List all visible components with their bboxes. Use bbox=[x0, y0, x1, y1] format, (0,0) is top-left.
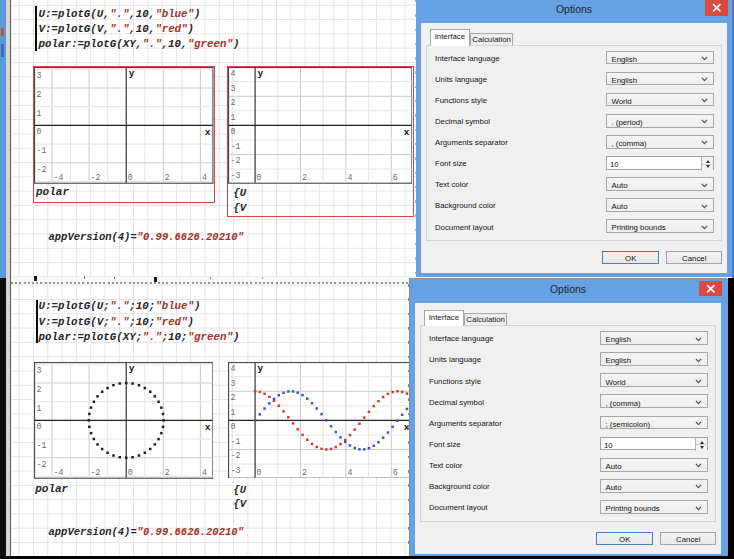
svg-text:-1: -1 bbox=[36, 441, 46, 450]
svg-text:-2: -2 bbox=[230, 157, 240, 166]
svg-text:6: 6 bbox=[392, 468, 397, 477]
svg-text:y: y bbox=[257, 363, 263, 374]
svg-text:-1: -1 bbox=[230, 142, 240, 151]
svg-text:x: x bbox=[403, 127, 409, 138]
svg-text:2: 2 bbox=[164, 468, 169, 477]
svg-text:-1: -1 bbox=[37, 146, 47, 155]
svg-text:2: 2 bbox=[165, 174, 170, 183]
svg-text:4: 4 bbox=[347, 468, 352, 477]
svg-text:3: 3 bbox=[230, 378, 235, 387]
svg-text:3: 3 bbox=[230, 84, 235, 93]
svg-text:-2: -2 bbox=[230, 451, 240, 460]
svg-text:0: 0 bbox=[256, 468, 261, 477]
svg-text:1: 1 bbox=[230, 407, 235, 416]
svg-text:y: y bbox=[129, 69, 135, 80]
svg-text:-1: -1 bbox=[230, 436, 240, 445]
svg-text:0: 0 bbox=[230, 128, 235, 137]
svg-text:-2: -2 bbox=[37, 165, 47, 174]
svg-text:1: 1 bbox=[36, 403, 41, 412]
svg-text:2: 2 bbox=[230, 393, 235, 402]
svg-text:-2: -2 bbox=[36, 460, 46, 469]
svg-text:x: x bbox=[204, 422, 210, 433]
svg-text:-3: -3 bbox=[230, 171, 240, 180]
svg-text:4: 4 bbox=[201, 468, 206, 477]
svg-text:-2: -2 bbox=[90, 468, 100, 477]
svg-text:4: 4 bbox=[347, 174, 352, 183]
svg-text:2: 2 bbox=[37, 90, 42, 99]
svg-text:0: 0 bbox=[37, 128, 42, 137]
svg-text:4: 4 bbox=[230, 70, 235, 79]
svg-text:0: 0 bbox=[230, 422, 235, 431]
svg-text:1: 1 bbox=[37, 109, 42, 118]
svg-text:-4: -4 bbox=[53, 468, 63, 477]
svg-text:3: 3 bbox=[36, 366, 41, 375]
svg-text:6: 6 bbox=[392, 174, 397, 183]
svg-text:2: 2 bbox=[230, 99, 235, 108]
svg-text:0: 0 bbox=[36, 422, 41, 431]
svg-text:-4: -4 bbox=[54, 174, 64, 183]
svg-text:x: x bbox=[205, 127, 211, 138]
svg-text:1: 1 bbox=[230, 113, 235, 122]
svg-text:0: 0 bbox=[256, 174, 261, 183]
svg-text:y: y bbox=[128, 363, 134, 374]
svg-text:-2: -2 bbox=[91, 174, 101, 183]
svg-text:0: 0 bbox=[128, 174, 133, 183]
svg-text:2: 2 bbox=[302, 468, 307, 477]
svg-text:0: 0 bbox=[127, 468, 132, 477]
svg-text:y: y bbox=[257, 69, 263, 80]
svg-text:4: 4 bbox=[230, 364, 235, 373]
svg-text:4: 4 bbox=[202, 174, 207, 183]
svg-text:2: 2 bbox=[36, 385, 41, 394]
svg-text:3: 3 bbox=[37, 72, 42, 81]
svg-text:-3: -3 bbox=[230, 466, 240, 475]
svg-text:2: 2 bbox=[302, 174, 307, 183]
